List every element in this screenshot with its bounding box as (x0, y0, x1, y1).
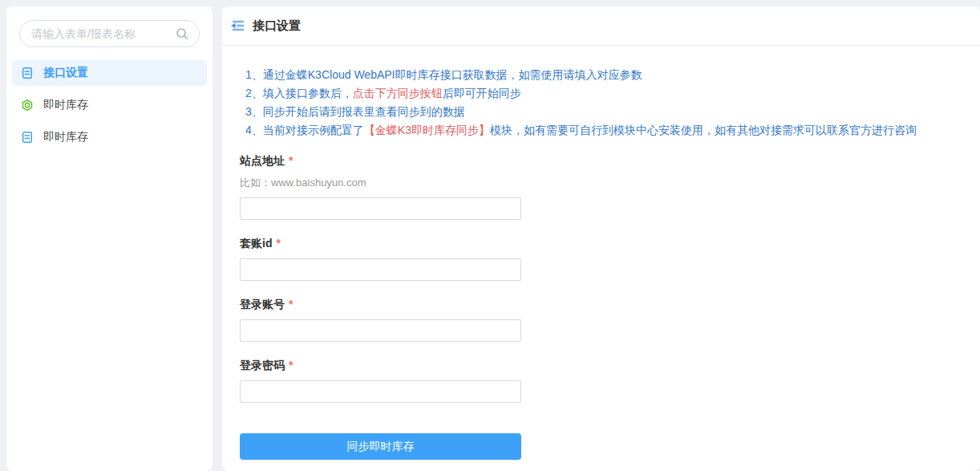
hex-target-icon (21, 99, 34, 112)
field-label-login-account: 登录账号* (240, 298, 961, 312)
sidebar-item-label: 即时库存 (43, 130, 88, 144)
instruction-line-1: 1、通过金蝶K3Cloud WebAPI即时库存接口获取数据，如需使用请填入对应… (245, 66, 961, 84)
sidebar-search-box[interactable] (19, 20, 200, 47)
document-icon (21, 67, 34, 79)
sidebar-menu: 接口设置 即时库存 即时库存 (6, 57, 213, 160)
required-asterisk: * (289, 359, 293, 372)
required-asterisk: * (276, 237, 280, 250)
sync-realtime-stock-button[interactable]: 同步即时库存 (240, 433, 521, 460)
field-helper-site-address: 比如：www.baishuyun.com (240, 176, 961, 190)
collapse-menu-icon[interactable] (229, 19, 245, 32)
account-set-id-input[interactable] (240, 258, 521, 281)
instruction-highlight: 【金蝶K3即时库存同步】 (364, 124, 490, 136)
instructions: 1、通过金蝶K3Cloud WebAPI即时库存接口获取数据，如需使用请填入对应… (245, 66, 961, 140)
field-label-site-address: 站点地址* (240, 154, 961, 169)
search-icon[interactable] (175, 26, 189, 41)
sidebar-item-label: 接口设置 (43, 66, 88, 80)
login-account-input[interactable] (240, 319, 521, 342)
main-header: 接口设置 (222, 6, 980, 46)
required-asterisk: * (289, 298, 293, 311)
document-icon (21, 131, 34, 144)
main-content: 1、通过金蝶K3Cloud WebAPI即时库存接口获取数据，如需使用请填入对应… (222, 46, 980, 460)
sidebar-item-label: 即时库存 (43, 98, 88, 112)
sidebar: 接口设置 即时库存 即时库存 (6, 6, 213, 471)
sidebar-item-interface-settings[interactable]: 接口设置 (12, 60, 207, 86)
page-title: 接口设置 (253, 18, 301, 34)
instruction-line-4: 4、当前对接示例配置了【金蝶K3即时库存同步】模块，如有需要可自行到模块中心安装… (245, 121, 961, 140)
instruction-line-2: 2、填入接口参数后，点击下方同步按钮后即可开始同步 (245, 84, 961, 103)
sidebar-item-realtime-stock-2[interactable]: 即时库存 (12, 124, 207, 150)
required-asterisk: * (289, 154, 293, 167)
search-input[interactable] (31, 27, 175, 40)
instruction-line-3: 3、同步开始后请到报表里查看同步到的数据 (245, 103, 961, 121)
field-label-login-password: 登录密码* (240, 359, 961, 373)
main-panel: 接口设置 1、通过金蝶K3Cloud WebAPI即时库存接口获取数据，如需使用… (222, 6, 980, 471)
sidebar-item-realtime-stock-1[interactable]: 即时库存 (12, 92, 207, 118)
field-label-account-set-id: 套账id* (240, 237, 961, 251)
instruction-highlight: 点击下方同步按钮 (353, 87, 443, 99)
login-password-input[interactable] (240, 380, 521, 403)
site-address-input[interactable] (240, 197, 521, 220)
